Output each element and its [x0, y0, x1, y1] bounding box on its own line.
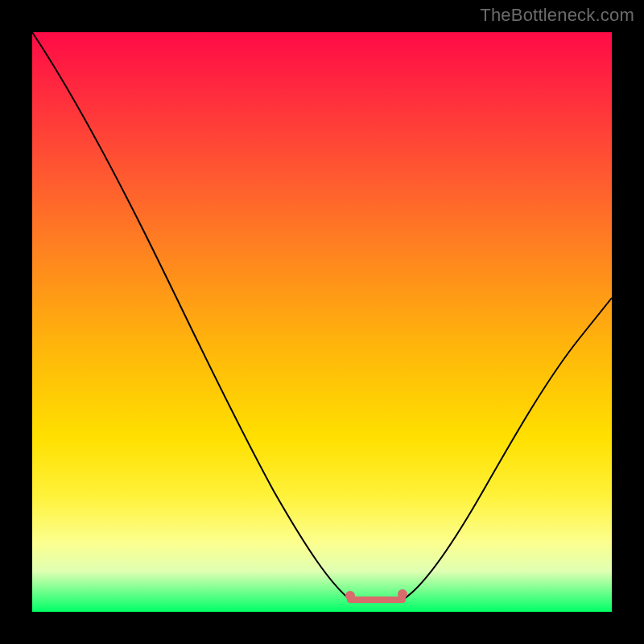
plot-area: [32, 32, 612, 612]
bottleneck-curve: [32, 32, 612, 600]
watermark-text: TheBottleneck.com: [480, 5, 634, 26]
chart-frame: TheBottleneck.com: [0, 0, 644, 644]
optimal-range-end-dot: [398, 589, 407, 599]
optimal-range-start-dot: [345, 591, 355, 601]
curve-svg: [32, 32, 612, 612]
